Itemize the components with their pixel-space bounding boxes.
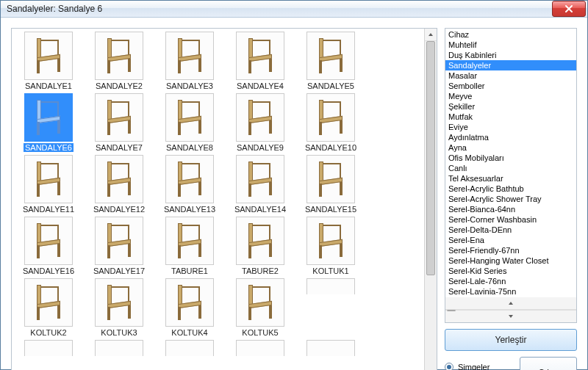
titlebar[interactable]: Sandalyeler: Sandalye 6	[1, 1, 587, 18]
thumbnail-label: KOLTUK5	[242, 328, 278, 337]
thumbnail-image	[95, 93, 143, 142]
thumbnail-label: SANDALYE1	[25, 81, 72, 90]
thumbnail-image	[236, 32, 284, 80]
thumbnail-image	[95, 32, 143, 80]
category-scrollbar[interactable]	[445, 297, 576, 322]
category-item[interactable]: Eviye	[445, 122, 576, 132]
thumbnail-item[interactable]	[85, 340, 154, 356]
thumbnail-item[interactable]: KOLTUK3	[85, 278, 154, 337]
category-item[interactable]: Sandalyeler	[445, 60, 576, 70]
scroll-up-button[interactable]	[445, 297, 576, 310]
category-item[interactable]: Tel Aksesuarlar	[445, 173, 576, 184]
thumbnail-item[interactable]: KOLTUK1	[296, 217, 365, 275]
thumbnail-item[interactable]: SANDALYE3	[155, 32, 224, 90]
thumbnail-image	[236, 217, 284, 265]
thumbnail-image	[165, 155, 214, 203]
chair-icon	[175, 100, 204, 135]
thumbnail-item[interactable]: SANDALYE7	[85, 93, 154, 152]
thumbnail-label: KOLTUK1	[312, 266, 348, 275]
thumbnail-label: SANDALYE14	[234, 205, 286, 214]
category-item[interactable]: Serel-Lavinia-75nn	[445, 286, 576, 297]
category-item[interactable]: Serel-Kid Series	[445, 266, 576, 276]
category-item[interactable]: Canlı	[445, 163, 576, 173]
category-item[interactable]: Serel-Acrylic Bathtub	[445, 184, 576, 194]
category-item[interactable]: Serel-Hanging Water Closet	[445, 255, 576, 266]
chair-icon	[245, 38, 275, 73]
thumbnail-item[interactable]: TABURE2	[226, 217, 295, 275]
thumbnail-item[interactable]: TABURE1	[155, 217, 224, 275]
category-item[interactable]: Serel-Delta-DEnn	[445, 225, 576, 235]
thumbnail-image	[95, 340, 143, 356]
chair-icon	[104, 223, 134, 258]
thumbnail-item[interactable]: SANDALYE2	[85, 32, 154, 90]
thumbnail-item[interactable]	[296, 278, 365, 337]
scroll-thumb[interactable]	[426, 41, 435, 275]
place-button[interactable]: Yerleştir	[445, 329, 577, 351]
thumbnail-image	[24, 32, 73, 80]
category-item[interactable]: Meyve	[445, 91, 576, 101]
category-item[interactable]: Duş Kabinleri	[445, 50, 576, 60]
category-item[interactable]: Ofis Mobilyaları	[445, 153, 576, 163]
thumbnail-item[interactable]: KOLTUK2	[14, 278, 83, 337]
scroll-thumb[interactable]	[447, 310, 456, 311]
chair-icon	[175, 38, 204, 73]
right-column: CihazMuhtelifDuş KabinleriSandalyelerMas…	[445, 28, 577, 370]
thumbnail-image	[306, 217, 355, 265]
thumbnail-item[interactable]	[296, 340, 365, 356]
thumbnail-item[interactable]: SANDALYE13	[155, 155, 224, 214]
thumbnail-label: SANDALYE12	[93, 205, 145, 214]
view-mode-radios: Simgeler Liste	[445, 357, 511, 370]
category-item[interactable]: Serel-Friendly-67nn	[445, 245, 576, 255]
category-item[interactable]: Ayna	[445, 142, 576, 153]
thumbnail-image	[165, 340, 214, 356]
thumbnail-item[interactable]: KOLTUK5	[226, 278, 295, 337]
thumbnail-item[interactable]: SANDALYE9	[226, 93, 295, 152]
thumbnail-item[interactable]: SANDALYE6	[14, 93, 83, 152]
thumbnail-item[interactable]: SANDALYE4	[226, 32, 295, 90]
scroll-up-button[interactable]	[425, 29, 437, 41]
quit-button[interactable]: Çıkış	[520, 357, 577, 370]
thumbnail-item[interactable]: SANDALYE12	[85, 155, 154, 214]
category-item[interactable]: Mutfak	[445, 112, 576, 122]
category-item[interactable]: Cihaz	[445, 29, 576, 40]
thumbnail-image	[165, 32, 214, 80]
chair-icon	[245, 285, 275, 320]
category-item[interactable]: Masalar	[445, 70, 576, 81]
thumbnail-item[interactable]: KOLTUK4	[155, 278, 224, 337]
category-item[interactable]: Şekiller	[445, 101, 576, 112]
category-item[interactable]: Muhtelif	[445, 40, 576, 50]
thumbnail-item[interactable]: SANDALYE15	[296, 155, 365, 214]
thumbnail-item[interactable]	[226, 340, 295, 356]
thumbnail-item[interactable]: SANDALYE14	[226, 155, 295, 214]
scroll-down-button[interactable]	[445, 310, 576, 322]
thumbnail-item[interactable]: SANDALYE17	[85, 217, 154, 275]
category-item[interactable]: Serel-Bianca-64nn	[445, 204, 576, 214]
window-close-button[interactable]	[552, 1, 586, 17]
category-item[interactable]: Serel-Lale-76nn	[445, 276, 576, 286]
category-item[interactable]: Semboller	[445, 81, 576, 91]
category-listbox[interactable]: CihazMuhtelifDuş KabinleriSandalyelerMas…	[445, 28, 577, 323]
thumbnail-item[interactable]: SANDALYE11	[14, 155, 83, 214]
scroll-track[interactable]	[425, 41, 437, 370]
chair-icon	[104, 38, 134, 73]
thumbnail-item[interactable]	[155, 340, 224, 356]
category-item[interactable]: Serel-Corner Washbasin	[445, 214, 576, 225]
thumbnail-item[interactable]: SANDALYE1	[14, 32, 83, 90]
chair-icon	[104, 285, 134, 320]
thumbnail-item[interactable]: SANDALYE5	[296, 32, 365, 90]
thumbnails-scrollbar[interactable]	[424, 29, 437, 370]
thumbnail-item[interactable]	[14, 340, 83, 356]
thumbnail-label: SANDALYE3	[166, 81, 213, 90]
thumbnail-image	[24, 155, 73, 203]
radio-icons[interactable]: Simgeler	[445, 363, 511, 370]
thumbnail-label: KOLTUK2	[30, 328, 66, 337]
thumbnail-item[interactable]: SANDALYE8	[155, 93, 224, 152]
chair-icon	[104, 162, 134, 197]
thumbnail-image	[24, 93, 73, 142]
thumbnail-item[interactable]: SANDALYE10	[296, 93, 365, 152]
category-item[interactable]: Serel-Ena	[445, 235, 576, 245]
thumbnail-image	[236, 93, 284, 142]
category-item[interactable]: Aydınlatma	[445, 132, 576, 142]
category-item[interactable]: Serel-Acrylic Shower Tray	[445, 194, 576, 204]
thumbnail-item[interactable]: SANDALYE16	[14, 217, 83, 275]
